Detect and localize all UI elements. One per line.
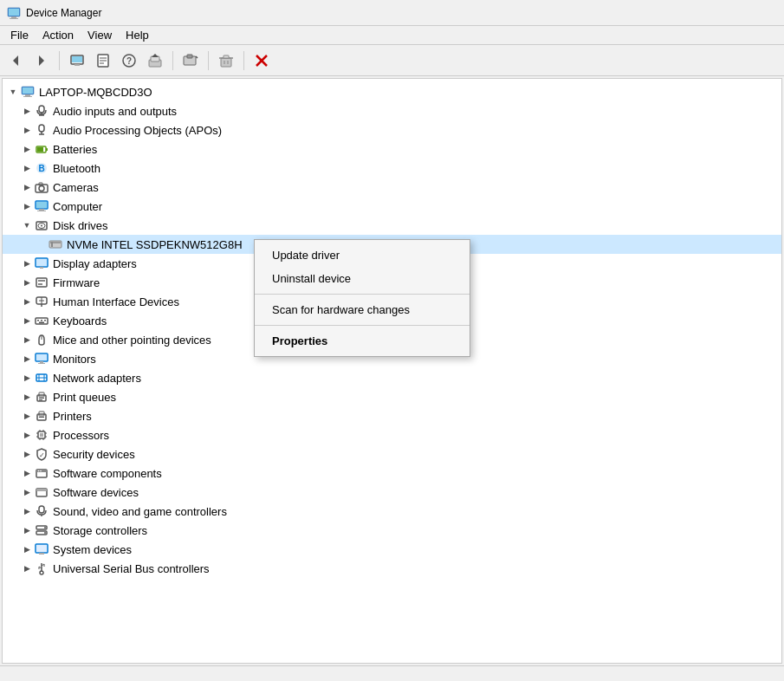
firmware-expand[interactable]: ▶ [20,276,34,289]
firmware-label: Firmware [53,276,100,289]
printers-icon [34,408,49,424]
menu-help[interactable]: Help [119,27,156,43]
bluetooth-icon: B [34,160,49,176]
svg-rect-55 [51,242,53,247]
usb-expand[interactable]: ▶ [20,561,34,575]
remove-button[interactable] [249,49,274,73]
software-components-expand[interactable]: ▶ [20,466,34,480]
toolbar-sep-4 [243,51,244,70]
tree-item-sound[interactable]: ▶ Sound, video and game controllers [3,502,781,521]
tree-item-cameras[interactable]: ▶ Cameras [3,178,781,197]
svg-point-52 [41,225,42,227]
menu-file[interactable]: File [3,27,36,43]
svg-rect-30 [25,94,30,96]
print-queues-expand[interactable]: ▶ [20,390,34,404]
uninstall-button[interactable] [214,49,238,73]
computer-expand[interactable]: ▶ [20,199,34,213]
sound-expand[interactable]: ▶ [20,504,34,518]
tree-item-software-components[interactable]: ▶ Software components [3,464,781,483]
disk-drives-expand[interactable]: ▼ [20,218,34,232]
svg-rect-49 [37,211,46,211]
tree-item-apo[interactable]: ▶ Audio Processing Objects (APOs) [3,120,781,139]
software-components-icon [34,465,49,481]
batteries-expand[interactable]: ▶ [20,142,34,156]
tree-item-system[interactable]: ▶ System devices [3,540,781,559]
context-menu-update-driver[interactable]: Update driver [255,243,470,267]
tree-item-computer[interactable]: ▶ Computer [3,197,781,216]
keyboards-expand[interactable]: ▶ [20,314,34,328]
tree-item-print-queues[interactable]: ▶ Print queues [3,387,781,406]
svg-rect-67 [37,320,39,321]
tree-item-printers[interactable]: ▶ Printers [3,406,781,425]
monitors-expand[interactable]: ▶ [20,352,34,366]
svg-rect-60 [38,280,45,282]
root-computer-icon [20,84,36,100]
keyboards-label: Keyboards [53,315,107,328]
svg-rect-57 [36,259,47,266]
display-adapters-icon [34,256,49,271]
tree-item-network[interactable]: ▶ Network adapters [3,368,781,387]
nvme-label: NVMe INTEL SSDPEKNW512G8H [67,238,243,251]
tree-item-disk-drives[interactable]: ▼ Disk drives [3,216,781,235]
apo-label: Audio Processing Objects (APOs) [53,124,222,137]
keyboards-icon [34,313,49,328]
toolbar-sep-3 [208,51,209,70]
svg-rect-47 [36,202,47,208]
tree-item-security[interactable]: ▶ ✓ Security devices [3,444,781,464]
hid-expand[interactable]: ▶ [20,295,34,308]
root-expand-icon[interactable]: ▼ [6,85,20,99]
svg-rect-29 [23,88,33,94]
bluetooth-expand[interactable]: ▶ [20,161,34,175]
menu-view[interactable]: View [81,27,119,43]
audio-inputs-expand[interactable]: ▶ [20,104,34,118]
svg-rect-21 [221,58,231,67]
cameras-icon [34,179,49,195]
menu-action[interactable]: Action [36,27,81,43]
storage-expand[interactable]: ▶ [20,523,34,537]
tree-item-usb[interactable]: ▶ Universal Serial Bus controllers [3,559,781,578]
scan-button[interactable] [178,49,203,73]
context-menu-scan[interactable]: Scan for hardware changes [255,298,470,321]
display-adapters-expand[interactable]: ▶ [20,256,34,270]
svg-rect-48 [39,209,44,211]
mice-expand[interactable]: ▶ [20,333,34,347]
show-hide-button[interactable] [65,49,89,73]
tree-root[interactable]: ▼ LAPTOP-MQBCDD3O [3,82,781,101]
processors-label: Processors [53,429,109,442]
svg-rect-112 [39,553,44,555]
software-components-label: Software components [53,467,162,480]
hid-label: Human Interface Devices [53,295,179,308]
tree-item-bluetooth[interactable]: ▶ B Bluetooth [3,159,781,178]
tree-item-processors[interactable]: ▶ Processors [3,425,781,444]
tree-item-batteries[interactable]: ▶ Batteries [3,139,781,159]
tree-item-audio-inputs[interactable]: ▶ Audio inputs and outputs [3,101,781,120]
properties-button[interactable] [91,49,115,73]
context-menu-properties[interactable]: Properties [255,329,470,353]
forward-button[interactable] [29,49,54,73]
system-expand[interactable]: ▶ [20,542,34,556]
tree-item-software-devices[interactable]: ▶ Software devices [3,483,781,502]
disk-drives-label: Disk drives [53,219,108,232]
apo-expand[interactable]: ▶ [20,123,34,137]
context-menu-uninstall[interactable]: Uninstall device [255,267,470,290]
main-content[interactable]: ▼ LAPTOP-MQBCDD3O ▶ [2,78,782,664]
cameras-expand[interactable]: ▶ [20,180,34,194]
svg-rect-82 [39,398,44,399]
svg-point-100 [38,470,40,472]
tree-item-storage[interactable]: ▶ Storage controllers [3,521,781,540]
system-label: System devices [53,543,132,556]
back-button[interactable] [3,49,28,73]
svg-marker-17 [152,54,159,57]
help-button[interactable]: ? [117,49,141,73]
processors-expand[interactable]: ▶ [20,428,34,442]
svg-text:B: B [38,164,44,173]
network-expand[interactable]: ▶ [20,371,34,385]
network-icon [34,370,49,386]
svg-rect-23 [224,55,229,58]
svg-rect-68 [41,320,42,321]
software-devices-expand[interactable]: ▶ [20,485,34,499]
svg-rect-83 [39,399,42,400]
security-expand[interactable]: ▶ [20,447,34,461]
printers-expand[interactable]: ▶ [20,409,34,423]
update-driver-button[interactable] [143,49,167,73]
